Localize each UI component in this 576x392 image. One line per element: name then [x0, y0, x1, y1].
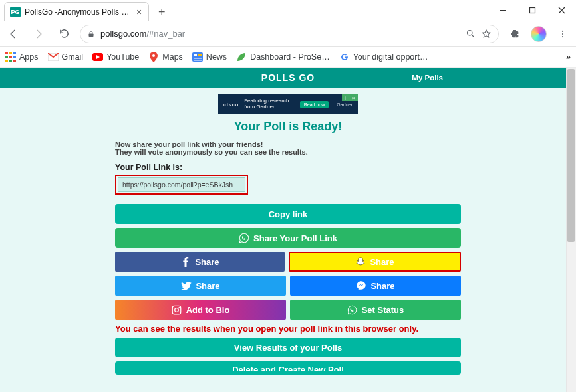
bookmark-label: News [206, 52, 227, 62]
bookmark-label: Gmail [62, 52, 84, 62]
apps-label: Apps [19, 52, 39, 62]
svg-point-12 [152, 54, 155, 57]
zoom-icon[interactable] [465, 29, 476, 39]
whatsapp-status-button[interactable]: Set Status [290, 300, 461, 320]
maximize-button[interactable] [517, 1, 547, 21]
ad-sponsor: Gartner [337, 102, 353, 107]
ad-vendor: cisco [223, 102, 239, 108]
browser-toolbar: pollsgo.com/#nav_bar [0, 21, 576, 47]
browser-warning-text: You can see the results when you open yo… [115, 324, 461, 334]
back-button[interactable] [4, 25, 23, 43]
news-icon [192, 52, 203, 62]
gmail-icon [48, 52, 59, 62]
svg-point-7 [562, 30, 563, 31]
new-tab-button[interactable]: + [153, 3, 170, 21]
maps-icon [148, 52, 159, 62]
bookmark-label: Dashboard - ProSe… [250, 52, 330, 62]
poll-link-highlight: https://pollsgo.com/poll?p=eSBkJsh [115, 175, 248, 195]
kebab-menu-icon[interactable] [553, 25, 572, 43]
page-viewport: POLLS GO My Polls cisco Featuring resear… [0, 68, 576, 392]
ad-close-icon[interactable]: × [349, 94, 358, 101]
bookmarks-bar: Apps Gmail YouTube Maps News Dashboard -… [0, 47, 576, 68]
poll-link-input[interactable]: https://pollsgo.com/poll?p=eSBkJsh [118, 177, 245, 192]
youtube-icon [92, 52, 103, 62]
copy-link-button[interactable]: Copy link [115, 204, 461, 224]
google-icon [339, 52, 350, 62]
facebook-icon [180, 256, 191, 267]
maps-bookmark[interactable]: Maps [148, 52, 183, 62]
svg-rect-14 [194, 54, 197, 56]
minimize-button[interactable] [488, 1, 517, 21]
main-content: cisco Featuring researchfrom Gartner Rea… [115, 94, 461, 385]
svg-rect-18 [172, 306, 181, 314]
apps-bookmark[interactable]: Apps [5, 52, 39, 62]
youtube-bookmark[interactable]: YouTube [92, 52, 139, 62]
svg-rect-15 [194, 58, 202, 59]
tab-title: PollsGo -Anonymous Polls for W… [25, 7, 131, 17]
extensions-button[interactable] [505, 25, 524, 43]
bookmark-label: Maps [162, 52, 183, 62]
leaf-icon [236, 52, 247, 62]
whatsapp-icon [347, 304, 358, 315]
twitter-icon [181, 280, 192, 291]
ad-banner[interactable]: cisco Featuring researchfrom Gartner Rea… [218, 94, 358, 114]
window-titlebar: PG PollsGo -Anonymous Polls for W… × + [0, 0, 576, 21]
messenger-icon [356, 280, 366, 291]
news-bookmark[interactable]: News [192, 52, 227, 62]
browser-tab[interactable]: PG PollsGo -Anonymous Polls for W… × [4, 2, 149, 21]
svg-rect-16 [194, 60, 202, 61]
svg-point-19 [175, 308, 179, 312]
star-icon[interactable] [481, 29, 492, 39]
forward-button[interactable] [29, 25, 48, 43]
svg-rect-17 [198, 54, 202, 56]
messenger-share-button[interactable]: Share [290, 276, 461, 296]
bookmark-label: Your digital opport… [353, 52, 428, 62]
svg-rect-4 [89, 33, 94, 37]
url-text: pollsgo.com/#nav_bar [100, 29, 185, 39]
window-controls [488, 1, 576, 21]
lock-icon [87, 30, 95, 38]
gmail-bookmark[interactable]: Gmail [48, 52, 84, 62]
close-window-button[interactable] [547, 1, 576, 21]
sub-text-1: Now share your poll link with your frien… [115, 140, 461, 148]
tab-strip: PG PollsGo -Anonymous Polls for W… × + [0, 0, 170, 21]
snapchat-icon [355, 256, 366, 267]
instagram-bio-button[interactable]: Add to Bio [115, 300, 286, 320]
bookmarks-overflow[interactable]: » [566, 52, 571, 62]
whatsapp-share-button[interactable]: Share Your Poll Link [115, 228, 461, 248]
svg-point-5 [467, 31, 472, 36]
svg-rect-1 [529, 8, 535, 13]
close-tab-icon[interactable]: × [135, 7, 143, 17]
whatsapp-icon [239, 233, 249, 243]
poll-link-label: Your Poll Link is: [115, 163, 461, 172]
sub-text-2: They will vote anonymously so you can se… [115, 148, 461, 156]
my-polls-link[interactable]: My Polls [412, 74, 443, 82]
profile-avatar[interactable] [531, 26, 547, 42]
snapchat-share-button[interactable]: Share [289, 252, 461, 272]
ad-text: Featuring researchfrom Gartner [244, 98, 289, 110]
svg-point-9 [562, 36, 563, 37]
instagram-icon [172, 304, 182, 315]
bookmark-label: YouTube [106, 52, 139, 62]
svg-point-8 [562, 33, 563, 34]
ad-info-icon[interactable]: i [342, 94, 349, 101]
scrollbar[interactable] [566, 68, 576, 392]
facebook-share-button[interactable]: Share [115, 252, 285, 272]
brand-logo[interactable]: POLLS GO [261, 72, 315, 83]
favicon: PG [10, 7, 21, 17]
apps-icon [5, 52, 16, 62]
address-bar[interactable]: pollsgo.com/#nav_bar [80, 25, 499, 43]
reload-button[interactable] [55, 25, 73, 43]
dashboard-bookmark[interactable]: Dashboard - ProSe… [236, 52, 330, 62]
delete-poll-button[interactable]: Delete and Create New Poll [115, 361, 461, 375]
svg-line-6 [472, 35, 474, 37]
google-bookmark[interactable]: Your digital opport… [339, 52, 428, 62]
site-navbar: POLLS GO My Polls [0, 68, 576, 88]
page-headline: Your Poll is Ready! [115, 120, 461, 134]
view-results-button[interactable]: View Results of your Polls [115, 338, 461, 357]
svg-point-20 [179, 306, 180, 308]
scrollbar-thumb[interactable] [567, 69, 575, 242]
ad-cta[interactable]: Read now [300, 101, 329, 108]
twitter-share-button[interactable]: Share [115, 276, 286, 296]
